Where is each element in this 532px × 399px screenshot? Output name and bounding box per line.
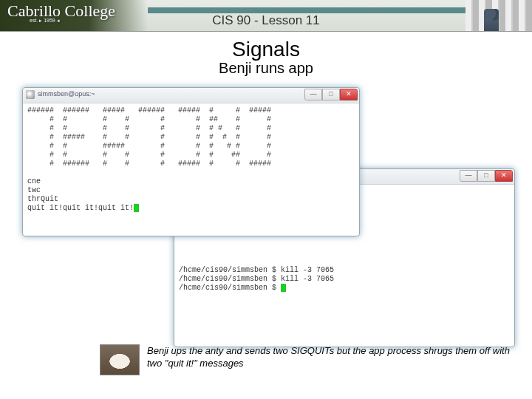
caption-text: Benji ups the anty and sends two SIGQUIT… <box>147 344 510 369</box>
course-label: CIS 90 - Lesson 11 <box>0 13 532 28</box>
close-button[interactable]: ✕ <box>340 89 358 100</box>
titlebar-1[interactable]: simmsben@opus:~ — □ ✕ <box>23 88 359 103</box>
slide-header: Cabrillo College est. ▸ 1959 ◂ CIS 90 - … <box>0 0 532 32</box>
window1-title: simmsben@opus:~ <box>38 90 95 98</box>
cursor-2 <box>281 284 286 292</box>
cursor-1 <box>134 204 139 212</box>
minimize-button[interactable]: — <box>460 170 477 182</box>
terminal1-text: ###### ###### ##### ###### ##### # # ###… <box>27 106 271 212</box>
dog-thumbnail <box>100 344 140 375</box>
window-controls-1: — □ ✕ <box>304 89 358 100</box>
terminal-output-1: ###### ###### ##### ###### ##### # # ###… <box>23 103 359 216</box>
caption-row: Benji ups the anty and sends two SIGQUIT… <box>100 344 510 375</box>
maximize-button[interactable]: □ <box>322 89 340 100</box>
terminal-window-1: simmsben@opus:~ — □ ✕ ###### ###### ####… <box>22 87 360 236</box>
slide-subtitle: Benji runs app <box>0 60 532 77</box>
terminal2-text: /hcme/cis90/simmsben $ kill -3 7065 /hcm… <box>179 266 334 292</box>
close-button[interactable]: ✕ <box>495 170 513 182</box>
header-accent-strip <box>148 7 466 13</box>
slide-title: Signals <box>0 38 532 61</box>
putty-icon <box>26 90 35 99</box>
maximize-button[interactable]: □ <box>477 170 495 182</box>
window-controls-2: — □ ✕ <box>460 170 513 182</box>
minimize-button[interactable]: — <box>304 89 322 100</box>
